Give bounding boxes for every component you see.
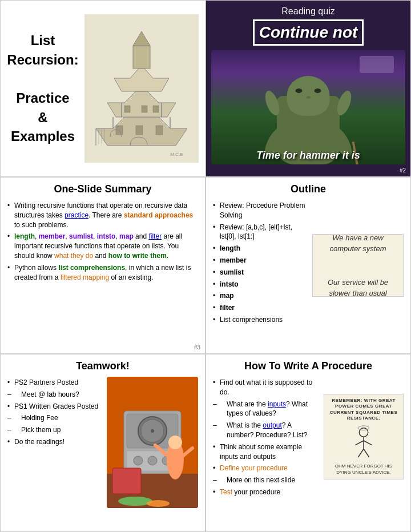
reminder-title: REMEMBER: WITH GREAT POWER COMES GREAT C… <box>328 398 400 422</box>
escher-svg: M.C.E <box>84 14 199 163</box>
svg-point-29 <box>148 456 157 465</box>
svg-line-44 <box>358 449 364 457</box>
outline-content: Review: Procedure Problem Solving Review… <box>213 200 404 326</box>
slide-5: Teamwork! PS2 Partners Posted Meet @ lab… <box>0 354 206 532</box>
list-item-1: Writing recursive functions that operate… <box>7 200 198 231</box>
outline-item-8: filter <box>213 302 308 314</box>
list-comprehensions-link: list comprehensions <box>58 264 125 272</box>
proc-item-6: More on this next slide <box>213 474 319 486</box>
svg-rect-8 <box>156 126 163 135</box>
slide-5-title: Teamwork! <box>7 360 198 372</box>
procedure-bullets: Find out what it is supposed to do. What… <box>213 377 319 498</box>
hammer-text: Time for hammer it is <box>211 150 405 162</box>
outline-item-7: map <box>213 290 308 302</box>
slide-number-3: #3 <box>194 344 200 350</box>
slide-1-title: List Recursion: Practice & Examples <box>7 31 78 146</box>
svg-rect-7 <box>136 126 143 135</box>
tw-item-2: Meet @ lab hours? <box>7 389 102 401</box>
reading-quiz-label: Reading quiz <box>281 6 335 17</box>
svg-rect-6 <box>116 126 123 135</box>
teamwork-list: PS2 Partners Posted Meet @ lab hours? PS… <box>7 377 102 508</box>
tw-item-6: Do the readings! <box>7 436 102 448</box>
svg-rect-11 <box>153 106 159 112</box>
svg-point-39 <box>359 428 368 436</box>
standard-approaches-link: standard approaches <box>124 211 193 219</box>
sign-line1: We have a new computer system <box>317 232 398 255</box>
outline-item-1: Review: Procedure Problem Solving <box>213 200 308 221</box>
slide-3: One-Slide Summary Writing recursive func… <box>0 177 206 354</box>
inputs-link: inputs <box>268 400 286 408</box>
tw-item-3: PS1 Written Grades Posted <box>7 401 102 413</box>
proc-item-1: Find out what it is supposed to do. <box>213 377 319 398</box>
slide-3-list: Writing recursive functions that operate… <box>7 200 198 283</box>
svg-point-28 <box>134 456 143 465</box>
filtered-mapping: filtered mapping <box>61 273 109 281</box>
svg-point-38 <box>147 500 170 507</box>
map-text: map <box>119 232 134 240</box>
laundry-image <box>107 377 198 508</box>
sign-line2: Our service will be slower than usual <box>317 277 398 299</box>
laundry-svg <box>107 377 198 508</box>
filter-text: filter <box>148 232 162 240</box>
test-procedure-text: Test <box>220 488 232 496</box>
proc-item-3: What is the output? A number? Procedure?… <box>213 420 319 441</box>
list-item-2: length, member, sumlist, intsto, map and… <box>7 231 198 261</box>
slide-6-title: How To Write A Procedure <box>213 360 404 372</box>
slide-4: Outline Review: Procedure Problem Solvin… <box>206 177 411 354</box>
procedure-list: Find out what it is supposed to do. What… <box>213 377 319 498</box>
slide-grid: List Recursion: Practice & Examples <box>0 0 411 532</box>
practice-link: practice <box>65 211 88 219</box>
define-procedure-text: Define your procedure <box>220 464 288 472</box>
tw-item-4: Holding Fee <box>7 412 102 424</box>
tw-item-5: Pick them up <box>7 424 102 436</box>
intsto-text: intsto <box>97 232 116 240</box>
svg-line-42 <box>356 441 364 445</box>
how-to-write: how to write them <box>108 252 167 260</box>
proc-item-7: Test your procedure <box>213 486 319 498</box>
outline-item-4: member <box>213 255 308 267</box>
slide-number-2: #2 <box>400 167 406 174</box>
slide-6: How To Write A Procedure Find out what i… <box>206 354 411 532</box>
svg-point-26 <box>151 429 154 433</box>
teamwork-content: PS2 Partners Posted Meet @ lab hours? PS… <box>7 377 198 508</box>
title-examples: Examples <box>11 128 75 144</box>
svg-line-45 <box>364 449 369 457</box>
svg-rect-10 <box>142 106 147 112</box>
list-item-3: Python allows list comprehensions, in wh… <box>7 262 198 284</box>
slide-1: List Recursion: Practice & Examples <box>0 0 206 177</box>
ohm-figure-svg <box>344 424 384 463</box>
continue-not-text: Continue not <box>253 19 364 46</box>
slide-4-title: Outline <box>213 183 404 195</box>
escher-image: M.C.E <box>84 14 199 163</box>
tw-item-1: PS2 Partners Posted <box>7 377 102 389</box>
reminder-caption: OHM NEVER FORGOT HIS DYING UNCLE'S ADVIC… <box>328 464 400 475</box>
title-practice: Practice <box>16 90 69 106</box>
output-link: output <box>263 421 281 429</box>
proc-item-4: Think about some example inputs and outp… <box>213 441 319 463</box>
svg-text:M.C.E: M.C.E <box>170 152 183 157</box>
outline-list-area: Review: Procedure Problem Solving Review… <box>213 200 308 326</box>
what-they-do: what they do <box>54 252 93 260</box>
reminder-sign: REMEMBER: WITH GREAT POWER COMES GREAT C… <box>324 394 404 479</box>
sumlist-text: sumlist <box>69 232 93 240</box>
member-text: member <box>39 232 66 240</box>
outline-item-9: List comprehensions <box>213 314 308 326</box>
svg-point-34 <box>168 436 182 449</box>
length-link: length <box>14 232 35 240</box>
outline-item-2: Review: [a,b,c], [elt]+lst, lst[0], lst[… <box>213 221 308 243</box>
outline-item-5: sumlist <box>213 267 308 279</box>
outline-item-3: length <box>213 243 308 255</box>
svg-rect-32 <box>112 468 141 494</box>
svg-rect-4 <box>133 46 150 68</box>
svg-rect-9 <box>124 106 130 112</box>
title-amp: & <box>38 110 47 125</box>
teamwork-bullets: PS2 Partners Posted Meet @ lab hours? PS… <box>7 377 102 448</box>
title-recursion: Recursion: <box>7 52 78 67</box>
proc-item-5: Define your procedure <box>213 462 319 474</box>
title-list: List <box>31 33 55 48</box>
yoda-image: Time for hammer it is <box>211 50 405 164</box>
outline-list: Review: Procedure Problem Solving Review… <box>213 200 308 326</box>
slide-2: Reading quiz Continue not <box>206 0 411 177</box>
procedure-content: Find out what it is supposed to do. What… <box>213 377 404 498</box>
computer-sign: We have a new computer system Our servic… <box>312 234 404 297</box>
